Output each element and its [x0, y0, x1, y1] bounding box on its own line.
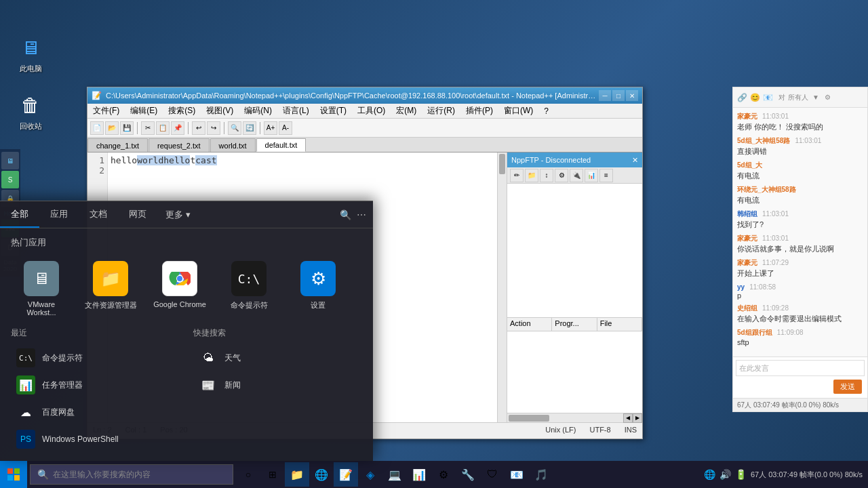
- menu-run[interactable]: 运行(R): [422, 104, 460, 118]
- start-tab-apps[interactable]: 应用: [39, 201, 79, 228]
- sftp-btn-3[interactable]: ↕: [540, 169, 553, 182]
- sftp-btn-6[interactable]: 📊: [585, 169, 598, 182]
- maximize-button[interactable]: □: [612, 90, 625, 101]
- taskbar-terminal[interactable]: 💻: [382, 462, 407, 487]
- start-tab-web[interactable]: 网页: [118, 201, 157, 228]
- app-cmd[interactable]: C:\ 命令提示符: [218, 256, 279, 322]
- toolbar-undo[interactable]: ↩: [192, 121, 205, 135]
- start-tab-docs[interactable]: 文档: [79, 201, 118, 228]
- start-more-icon[interactable]: ⋯: [357, 209, 366, 220]
- taskbar-icon-12[interactable]: 📧: [505, 462, 529, 487]
- menu-tools[interactable]: 工具(O): [352, 104, 391, 118]
- taskbar-icon-11[interactable]: 🛡: [480, 462, 505, 487]
- toolbar-redo[interactable]: ↪: [207, 121, 220, 135]
- start-tab-all[interactable]: 全部: [0, 201, 39, 228]
- chat-toolbar-icon-3[interactable]: 📧: [763, 93, 773, 102]
- sftp-btn-5[interactable]: 🔌: [570, 169, 583, 182]
- chat-toolbar-icon-1[interactable]: 🔗: [737, 93, 747, 102]
- recent-powershell[interactable]: PS Windows PowerShell: [11, 426, 180, 453]
- desktop-icon-recycle[interactable]: 🗑 回收站: [10, 92, 51, 131]
- taskbar-cortana[interactable]: ○: [236, 462, 260, 487]
- app-chrome[interactable]: Google Chrome: [149, 256, 210, 322]
- minimize-button[interactable]: ─: [599, 90, 611, 101]
- tab-world[interactable]: world.txt: [210, 138, 256, 152]
- tab-change[interactable]: change_1.txt: [87, 138, 148, 152]
- tray-network-icon[interactable]: 🌐: [704, 469, 715, 480]
- tab-request[interactable]: request_2.txt: [149, 138, 210, 152]
- taskbar-search-box[interactable]: 🔍 在这里输入你要搜索的内容: [30, 464, 233, 485]
- quick-news[interactable]: 📰 新闻: [193, 371, 362, 399]
- recent-cmd-label: 命令提示符: [42, 352, 83, 364]
- sftp-scroll-right[interactable]: ▶: [633, 413, 642, 423]
- start-search-icon[interactable]: 🔍: [340, 209, 351, 220]
- taskbar-icon-13[interactable]: 🎵: [529, 462, 553, 487]
- svg-point-3: [177, 276, 182, 281]
- tray-sound-icon[interactable]: 🔊: [719, 469, 731, 480]
- menu-help[interactable]: ?: [538, 105, 554, 117]
- toolbar-zoom-out[interactable]: A-: [279, 121, 292, 135]
- sftp-scrollbar[interactable]: ◀ ▶: [507, 413, 642, 422]
- tab-default[interactable]: default.txt: [256, 138, 307, 152]
- app-vmware[interactable]: 🖥 VMware Workst...: [11, 256, 72, 322]
- quick-weather[interactable]: 🌤 天气: [193, 344, 362, 371]
- sftp-btn-2[interactable]: 📁: [525, 169, 538, 182]
- desktop-icon-pc[interactable]: 🖥 此电脑: [10, 34, 51, 74]
- menu-window[interactable]: 窗口(W): [498, 104, 538, 118]
- close-button[interactable]: ✕: [626, 90, 638, 101]
- sftp-scroll-left[interactable]: ◀: [623, 413, 633, 423]
- sftp-btn-1[interactable]: ✏: [510, 169, 524, 182]
- notepad-tabs: change_1.txt request_2.txt world.txt def…: [87, 138, 642, 152]
- menu-file[interactable]: 文件(F): [87, 104, 125, 118]
- taskbar-vscode[interactable]: ◈: [358, 462, 382, 487]
- menu-macro[interactable]: 宏(M): [391, 104, 422, 118]
- side-app-1[interactable]: 🖥: [1, 152, 19, 169]
- sftp-btn-7[interactable]: ≡: [599, 169, 613, 182]
- chat-toolbar-icon-2[interactable]: 😊: [750, 93, 760, 102]
- taskbar-task-view[interactable]: ⊞: [260, 462, 285, 487]
- taskbar-icon-10[interactable]: 🔧: [456, 462, 480, 487]
- taskbar-settings-item[interactable]: ⚙: [431, 462, 456, 487]
- menu-language[interactable]: 语言(L): [277, 104, 315, 118]
- window-controls: ─ □ ✕: [599, 90, 638, 101]
- taskbar-task-mgr[interactable]: 📊: [407, 462, 431, 487]
- toolbar-open[interactable]: 📂: [105, 121, 119, 135]
- side-app-2[interactable]: S: [1, 171, 19, 188]
- sftp-close-icon[interactable]: ✕: [632, 156, 638, 165]
- chat-sender-1: 5d组_大神组58路: [737, 137, 790, 144]
- start-tab-more[interactable]: 更多 ▾: [157, 201, 199, 228]
- tray-battery-icon[interactable]: 🔋: [735, 469, 747, 480]
- menu-settings[interactable]: 设置(T): [315, 104, 352, 118]
- app-file-manager[interactable]: 📁 文件资源管理器: [80, 256, 141, 322]
- app-settings[interactable]: ⚙ 设置: [288, 256, 349, 322]
- taskbar-explorer[interactable]: 📁: [285, 462, 309, 487]
- taskbar-browser[interactable]: 🌐: [309, 462, 334, 487]
- recent-powershell-icon: PS: [16, 430, 35, 449]
- chat-msg-9: 5d组跟行组 11:09:08 sftp: [737, 328, 863, 346]
- chat-settings-icon[interactable]: ⚙: [825, 94, 831, 101]
- start-button[interactable]: [0, 461, 27, 488]
- chat-audience-arrow[interactable]: ▼: [812, 94, 819, 101]
- scrollbar-vertical[interactable]: [497, 152, 507, 422]
- recent-baidu[interactable]: ☁ 百度网盘: [11, 399, 180, 426]
- menu-plugins[interactable]: 插件(P): [460, 104, 498, 118]
- toolbar-paste[interactable]: 📌: [171, 121, 184, 135]
- recent-cmd[interactable]: C:\ 命令提示符: [11, 344, 180, 371]
- status-ins: INS: [625, 426, 637, 434]
- menu-view[interactable]: 视图(V): [201, 104, 239, 118]
- vmware-label: VMware Workst...: [14, 300, 69, 317]
- sftp-btn-4[interactable]: ⚙: [555, 169, 568, 182]
- toolbar-save[interactable]: 💾: [120, 121, 134, 135]
- windows-logo-icon: [7, 468, 20, 481]
- toolbar-copy[interactable]: 📋: [156, 121, 170, 135]
- taskbar-notepad[interactable]: 📝: [334, 462, 358, 487]
- toolbar-cut[interactable]: ✂: [141, 121, 155, 135]
- menu-encoding[interactable]: 编码(N): [239, 104, 277, 118]
- menu-edit[interactable]: 编辑(E): [125, 104, 163, 118]
- toolbar-zoom-in[interactable]: A+: [264, 121, 277, 135]
- toolbar-find[interactable]: 🔍: [228, 121, 241, 135]
- toolbar-new[interactable]: 📄: [90, 121, 104, 135]
- recent-taskmgr[interactable]: 📊 任务管理器: [11, 371, 180, 399]
- chat-send-button[interactable]: 发送: [833, 380, 862, 394]
- toolbar-replace[interactable]: 🔄: [243, 121, 256, 135]
- menu-search[interactable]: 搜索(S): [163, 104, 201, 118]
